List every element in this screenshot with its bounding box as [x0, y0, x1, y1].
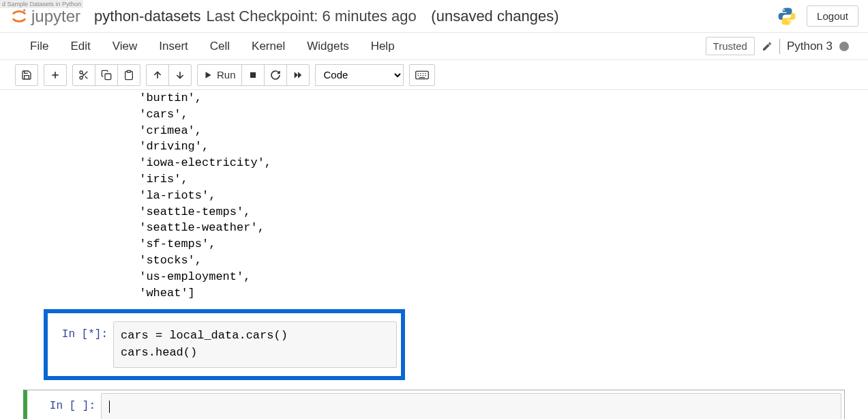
paste-icon [123, 70, 134, 81]
menu-view[interactable]: View [102, 34, 149, 59]
move-group [146, 64, 192, 86]
celltype-select[interactable]: Code [315, 64, 404, 86]
svg-rect-10 [105, 74, 111, 80]
notebook-title-area: python-datasets Last Checkpoint: 6 minut… [94, 8, 558, 25]
toolbar: Run Code [0, 60, 868, 90]
arrow-up-icon [152, 70, 163, 81]
python-icon [777, 6, 797, 27]
save-button[interactable] [15, 64, 38, 86]
paste-button[interactable] [117, 64, 140, 86]
unsaved-indicator: (unsaved changes) [431, 8, 558, 25]
menu-help[interactable]: Help [360, 34, 406, 59]
cell-prompt: In [*]: [52, 321, 113, 367]
clipboard-group [72, 64, 140, 86]
keyboard-icon [415, 70, 429, 80]
edit-icon[interactable] [762, 41, 773, 52]
menu-bar: File Edit View Insert Cell Kernel Widget… [0, 33, 868, 60]
logout-button[interactable]: Logout [807, 5, 858, 27]
checkpoint-text: Last Checkpoint: 6 minutes ago [207, 8, 417, 25]
copy-button[interactable] [95, 64, 118, 86]
menu-widgets[interactable]: Widgets [296, 34, 359, 59]
save-icon [21, 70, 32, 81]
svg-line-8 [85, 76, 88, 78]
run-group: Run [197, 64, 310, 86]
copy-icon [101, 70, 112, 81]
svg-point-5 [80, 71, 83, 74]
kernel-name[interactable]: Python 3 [787, 40, 833, 53]
code-input[interactable] [101, 393, 841, 419]
restart-icon [270, 70, 281, 81]
menu-kernel[interactable]: Kernel [241, 34, 296, 59]
move-down-button[interactable] [168, 64, 192, 86]
fast-forward-icon [293, 70, 303, 81]
svg-point-6 [80, 76, 83, 79]
cell-output: 'burtin', 'cars', 'crimea', 'driving', '… [10, 90, 858, 301]
restart-run-all-button[interactable] [286, 64, 310, 86]
jupyter-logo[interactable]: jupyter [10, 7, 80, 26]
svg-rect-15 [250, 72, 255, 77]
svg-point-2 [789, 22, 790, 23]
play-icon [203, 70, 213, 80]
cut-icon [78, 70, 89, 81]
jupyter-logo-text: jupyter [31, 7, 80, 26]
command-palette-button[interactable] [409, 64, 435, 86]
code-input[interactable]: cars = local_data.cars() cars.head() [113, 321, 397, 367]
notebook-area: 'burtin', 'cars', 'crimea', 'driving', '… [0, 90, 868, 419]
svg-line-9 [82, 73, 84, 75]
divider [779, 39, 780, 54]
code-cell[interactable]: In [*]: cars = local_data.cars() cars.he… [52, 321, 397, 367]
run-label: Run [217, 69, 236, 81]
kernel-status-icon [839, 42, 849, 51]
menu-cell[interactable]: Cell [199, 34, 241, 59]
cut-button[interactable] [72, 64, 95, 86]
text-cursor [109, 401, 110, 413]
add-cell-button[interactable] [44, 64, 67, 86]
run-button[interactable]: Run [197, 64, 242, 86]
menu-edit[interactable]: Edit [59, 34, 101, 59]
svg-rect-11 [127, 70, 130, 72]
header-bar: jupyter python-datasets Last Checkpoint:… [0, 0, 868, 33]
jupyter-icon [10, 7, 29, 26]
restart-button[interactable] [264, 64, 287, 86]
notebook-title[interactable]: python-datasets [94, 8, 201, 25]
stop-icon [248, 70, 258, 80]
plus-icon [50, 70, 61, 81]
arrow-down-icon [175, 70, 185, 81]
interrupt-button[interactable] [241, 64, 265, 86]
active-code-cell[interactable]: In [ ]: [23, 390, 845, 419]
svg-marker-14 [206, 72, 211, 78]
menu-insert[interactable]: Insert [148, 34, 199, 59]
menu-file[interactable]: File [19, 34, 59, 59]
svg-point-1 [783, 9, 785, 10]
highlighted-cell-box: In [*]: cars = local_data.cars() cars.he… [44, 309, 405, 379]
svg-point-0 [23, 9, 26, 12]
move-up-button[interactable] [146, 64, 169, 86]
svg-marker-17 [298, 72, 301, 78]
trusted-indicator[interactable]: Trusted [706, 37, 755, 55]
svg-marker-16 [294, 72, 297, 78]
cell-prompt: In [ ]: [27, 393, 101, 419]
browser-tab-label: d Sample Datasets in Python [0, 0, 83, 8]
